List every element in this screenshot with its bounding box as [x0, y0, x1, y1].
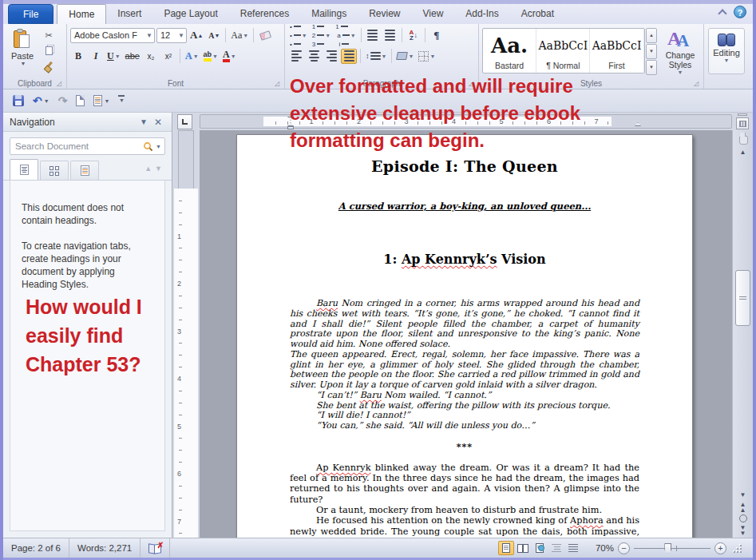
resize-grip[interactable]	[732, 543, 742, 553]
styles-scroll-down[interactable]: ▼	[646, 44, 657, 59]
format-painter-button[interactable]	[41, 59, 57, 73]
sort-button[interactable]: AZ↓	[406, 28, 422, 43]
print-layout-view-button[interactable]	[498, 541, 514, 555]
previous-result-icon[interactable]: ▲	[144, 165, 155, 173]
right-indent-marker[interactable]	[635, 122, 641, 126]
customize-qat-button[interactable]: ▼	[117, 93, 126, 109]
next-result-icon[interactable]: ▼	[155, 165, 165, 173]
tab-add-ins[interactable]: Add-Ins	[454, 4, 509, 24]
tab-page-layout[interactable]: Page Layout	[152, 4, 228, 24]
search-options-arrow[interactable]: ▼	[156, 144, 161, 149]
undo-button[interactable]: ↶▼	[31, 93, 51, 109]
clipboard-dialog-launcher[interactable]	[57, 80, 64, 87]
strikethrough-button[interactable]: abe	[124, 49, 141, 64]
paste-button[interactable]: Paste ▼	[6, 26, 38, 76]
new-document-button[interactable]	[74, 93, 86, 109]
tab-acrobat[interactable]: Acrobat	[510, 4, 565, 24]
clear-formatting-button[interactable]	[257, 28, 273, 43]
font-dialog-launcher[interactable]	[275, 80, 282, 87]
paragraph-dialog-launcher[interactable]	[469, 80, 476, 87]
redo-button[interactable]: ↷	[57, 93, 69, 109]
bullets-button[interactable]: •••▼	[288, 28, 309, 43]
select-browse-object-button[interactable]	[739, 514, 747, 522]
style-bastard[interactable]: Aa.Bastard	[483, 29, 536, 73]
italic-button[interactable]: I	[88, 49, 104, 64]
justify-button[interactable]	[341, 49, 357, 64]
tab-view[interactable]: View	[412, 4, 455, 24]
copy-button[interactable]	[41, 44, 57, 58]
align-right-button[interactable]	[323, 49, 339, 64]
text-effects-button[interactable]: A▼	[184, 49, 200, 64]
collapse-ribbon-icon[interactable]	[718, 9, 727, 15]
line-spacing-button[interactable]: ↕▼	[364, 49, 388, 64]
multilevel-list-button[interactable]: 1 a i▼	[334, 28, 358, 43]
editing-button[interactable]: Editing ▼	[708, 28, 745, 74]
font-name-combo[interactable]: Adobe Caslon F▼	[70, 28, 155, 43]
tab-insert[interactable]: Insert	[106, 4, 152, 24]
underline-button[interactable]: U▼	[105, 49, 122, 64]
styles-expand-gallery[interactable]: ▼	[646, 60, 657, 75]
zoom-slider-thumb[interactable]	[664, 543, 671, 554]
change-styles-button[interactable]: AA Change Styles ▼	[660, 26, 700, 76]
styles-scroll-up[interactable]: ▲	[646, 28, 657, 43]
left-indent-marker[interactable]	[287, 126, 294, 129]
help-button[interactable]: ?	[734, 6, 746, 18]
tab-mailings[interactable]: Mailings	[300, 4, 358, 24]
next-page-button[interactable]: ▼▼	[736, 524, 750, 536]
proofing-status[interactable]: ✗	[141, 538, 170, 558]
nav-tab-browse-results[interactable]	[70, 161, 99, 180]
hand-tool-icon[interactable]	[738, 133, 748, 144]
navigation-options-icon[interactable]: ▼	[137, 117, 151, 126]
search-icon[interactable]	[143, 141, 153, 152]
font-color-button[interactable]: A▼	[221, 49, 238, 64]
scrollbar-thumb[interactable]	[735, 270, 750, 326]
outline-view-button[interactable]	[548, 541, 564, 555]
search-input[interactable]	[15, 141, 143, 151]
zoom-out-button[interactable]: −	[618, 542, 630, 554]
web-layout-view-button[interactable]	[532, 541, 548, 555]
tab-references[interactable]: References	[229, 4, 300, 24]
bold-button[interactable]: B	[70, 49, 86, 64]
vertical-scrollbar[interactable]: ▲ ▼ ▲▲ ▼▼	[732, 130, 753, 538]
zoom-in-button[interactable]: +	[714, 542, 726, 554]
vertical-ruler[interactable]: 1234567	[172, 130, 200, 538]
tab-file[interactable]: File	[8, 4, 53, 24]
numbering-button[interactable]: 123▼	[311, 28, 332, 43]
tab-review[interactable]: Review	[358, 4, 411, 24]
split-window-handle[interactable]	[738, 113, 747, 116]
zoom-level[interactable]: 70%	[590, 543, 614, 553]
style-normal[interactable]: AaBbCcI¶ Normal	[536, 29, 590, 73]
scrollbar-track[interactable]	[733, 158, 753, 488]
horizontal-ruler[interactable]: 1234567	[200, 114, 732, 129]
shrink-font-button[interactable]: A▼	[206, 28, 222, 43]
tab-stop-selector[interactable]	[177, 114, 192, 129]
close-icon[interactable]: ✕	[151, 117, 165, 128]
superscript-button[interactable]: x²	[160, 49, 176, 64]
scroll-down-arrow[interactable]: ▼	[736, 488, 750, 501]
style-first[interactable]: AaBbCcIFirst	[590, 29, 643, 73]
save-button[interactable]	[11, 93, 26, 109]
increase-indent-button[interactable]	[382, 28, 398, 43]
align-center-button[interactable]	[306, 49, 322, 64]
styles-dialog-launcher[interactable]	[694, 80, 701, 87]
nav-tab-browse-pages[interactable]	[40, 161, 69, 180]
previous-page-button[interactable]: ▲▲	[736, 501, 750, 513]
show-paragraph-marks-button[interactable]: ¶	[429, 28, 445, 43]
print-preview-button[interactable]: ▼	[92, 93, 111, 109]
highlight-color-button[interactable]: ab▼	[202, 49, 220, 64]
grow-font-button[interactable]: A▲	[188, 28, 204, 43]
change-case-button[interactable]: Aa▼	[229, 28, 250, 43]
zoom-slider[interactable]	[634, 542, 710, 554]
draft-view-button[interactable]	[565, 541, 581, 555]
subscript-button[interactable]: x₂	[143, 49, 159, 64]
font-size-combo[interactable]: 12▼	[156, 28, 187, 43]
scroll-up-arrow[interactable]: ▲	[736, 145, 750, 158]
word-count[interactable]: Words: 2,271	[69, 538, 141, 558]
decrease-indent-button[interactable]	[365, 28, 381, 43]
borders-button[interactable]: ▼	[417, 49, 437, 64]
paste-dropdown-arrow[interactable]: ▼	[21, 61, 26, 66]
search-box[interactable]: ▼	[10, 137, 165, 155]
align-left-button[interactable]	[288, 49, 304, 64]
page-indicator[interactable]: Page: 2 of 6	[3, 538, 69, 558]
fullscreen-reading-view-button[interactable]	[515, 541, 531, 555]
